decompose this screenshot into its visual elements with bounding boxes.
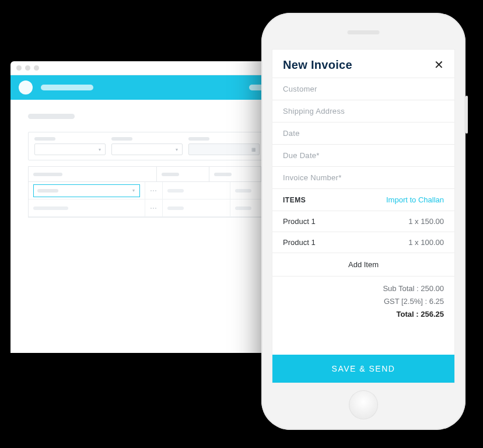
invoice-item-row[interactable]: Product 1 1 x 100.00 <box>272 232 454 253</box>
item-qty-price: 1 x 100.00 <box>408 238 444 247</box>
header-placeholder <box>41 85 93 90</box>
due-date-field[interactable]: Due Date* <box>272 144 454 166</box>
item-name: Product 1 <box>283 238 316 247</box>
traffic-light-close[interactable] <box>16 65 22 71</box>
calendar-icon: ▦ <box>251 147 256 152</box>
customer-field[interactable]: Customer <box>272 78 454 100</box>
phone-screen: New Invoice ✕ Customer Shipping Address … <box>272 49 455 383</box>
close-icon[interactable]: ✕ <box>434 58 444 72</box>
section-title-placeholder <box>28 114 75 119</box>
subtotal-line: Sub Total : 250.00 <box>283 282 444 295</box>
phone-home-button[interactable] <box>349 390 378 419</box>
row-menu-icon[interactable]: ⋯ <box>145 182 163 199</box>
item-qty-price: 1 x 150.00 <box>408 217 444 226</box>
filter-select[interactable]: ▾ <box>34 144 106 155</box>
item-name: Product 1 <box>283 217 316 226</box>
app-logo <box>19 80 33 94</box>
phone-device: New Invoice ✕ Customer Shipping Address … <box>261 13 466 430</box>
page-title: New Invoice <box>283 58 352 72</box>
invoice-item-row[interactable]: Product 1 1 x 150.00 <box>272 211 454 232</box>
shipping-address-field[interactable]: Shipping Address <box>272 100 454 122</box>
traffic-light-min[interactable] <box>25 65 30 71</box>
gst-line: GST [2.5%] : 6.25 <box>283 295 444 308</box>
totals-block: Sub Total : 250.00 GST [2.5%] : 6.25 Tot… <box>272 276 454 329</box>
filter-col: ▾ <box>34 137 106 155</box>
date-field[interactable]: Date <box>272 122 454 144</box>
add-item-button[interactable]: Add Item <box>272 253 454 276</box>
chevron-down-icon: ▾ <box>131 188 136 193</box>
row-item-select[interactable]: ▾ <box>33 184 140 197</box>
filter-select[interactable]: ▾ <box>111 144 183 155</box>
grand-total-line: Total : 256.25 <box>283 308 444 321</box>
save-and-send-button[interactable]: SAVE & SEND <box>272 355 454 383</box>
items-section-label: ITEMS <box>283 196 306 204</box>
phone-side-button <box>466 96 468 134</box>
import-to-challan-link[interactable]: Import to Challan <box>386 195 444 204</box>
phone-speaker <box>348 30 380 34</box>
traffic-light-max[interactable] <box>34 65 39 71</box>
filter-date[interactable]: ▦ <box>188 144 260 155</box>
invoice-number-field[interactable]: Invoice Number* <box>272 166 454 188</box>
row-menu-icon[interactable]: ⋯ <box>145 200 163 216</box>
